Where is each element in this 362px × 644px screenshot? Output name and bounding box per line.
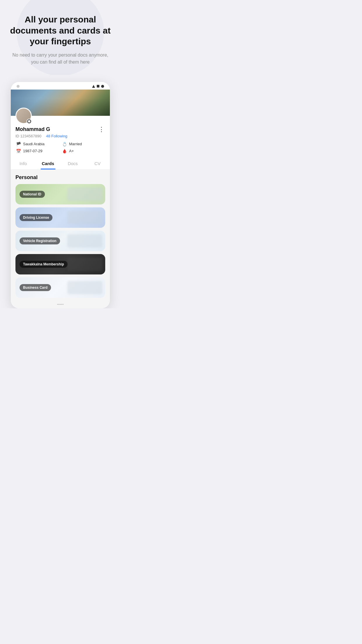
detail-status: 💍 Married	[61, 141, 105, 147]
vehicle-registration-label: Vehicle Registration	[20, 237, 60, 244]
card-tawakkalna[interactable]: Tawakkalna Membership	[15, 254, 105, 274]
blood-text: A+	[69, 149, 74, 153]
card-vehicle-registration[interactable]: Vehicle Registration	[15, 231, 105, 251]
cards-section: Personal National ID Driving License Veh…	[11, 170, 110, 308]
profile-section: Mohammad G ⋮ ID 1234567890 48 Following …	[11, 116, 110, 158]
tab-bar: Info Cards Docs CV	[11, 158, 110, 170]
phone-mockup-wrapper: Mohammad G ⋮ ID 1234567890 48 Following …	[0, 75, 121, 308]
square-icon	[97, 85, 99, 88]
profile-following[interactable]: 48 Following	[46, 134, 67, 138]
phone-mockup: Mohammad G ⋮ ID 1234567890 48 Following …	[11, 82, 110, 308]
profile-name: Mohammad G	[15, 126, 50, 132]
tab-info[interactable]: Info	[11, 158, 36, 169]
tab-cards[interactable]: Cards	[36, 158, 60, 169]
card-business[interactable]: Business Card	[15, 277, 105, 298]
card-national-id[interactable]: National ID	[15, 184, 105, 204]
tab-docs[interactable]: Docs	[60, 158, 85, 169]
section-title: Personal	[15, 174, 105, 181]
national-id-label: National ID	[20, 191, 45, 198]
birthdate-text: 1987-07-29	[23, 149, 43, 153]
detail-birthdate: 📅 1987-07-29	[15, 148, 59, 154]
status-icons	[92, 85, 104, 88]
bottom-text: ••••••	[15, 301, 105, 308]
signal-icon	[92, 85, 95, 88]
tawakkalna-blur	[67, 258, 102, 271]
profile-id-row: ID 1234567890 48 Following	[15, 134, 105, 138]
ring-icon: 💍	[61, 141, 67, 147]
driving-license-label: Driving License	[20, 214, 52, 221]
flag-icon: 🏴	[15, 141, 21, 147]
profile-id: ID 1234567890	[15, 134, 41, 138]
detail-country: 🏴 Saudi Arabia	[15, 141, 59, 147]
status-dot	[17, 85, 20, 88]
profile-details: 🏴 Saudi Arabia 💍 Married 📅 1987-07-29 🩸 …	[15, 141, 105, 154]
circle-icon	[101, 85, 104, 88]
hero-section: All your personal documents and cards at…	[0, 0, 121, 75]
blood-icon: 🩸	[61, 148, 67, 154]
national-id-blur	[67, 188, 102, 201]
more-options-button[interactable]: ⋮	[98, 126, 105, 133]
driving-license-blur	[67, 211, 102, 224]
avatar-container	[15, 108, 32, 124]
country-text: Saudi Arabia	[23, 142, 45, 146]
avatar-badge	[27, 119, 32, 124]
business-card-label: Business Card	[20, 284, 51, 291]
calendar-icon: 📅	[15, 148, 21, 154]
hero-title: All your personal documents and cards at…	[9, 14, 111, 47]
avatar-badge-inner	[28, 120, 30, 123]
status-text: Married	[69, 142, 82, 146]
hero-subtitle: No need to carry your personal docs anym…	[9, 52, 111, 66]
profile-name-row: Mohammad G ⋮	[15, 126, 105, 133]
tab-cv[interactable]: CV	[85, 158, 110, 169]
detail-blood: 🩸 A+	[61, 148, 105, 154]
status-bar	[11, 82, 110, 90]
tawakkalna-label: Tawakkalna Membership	[20, 261, 68, 268]
card-driving-license[interactable]: Driving License	[15, 207, 105, 228]
business-card-blur	[67, 281, 102, 294]
vehicle-registration-blur	[67, 234, 102, 247]
